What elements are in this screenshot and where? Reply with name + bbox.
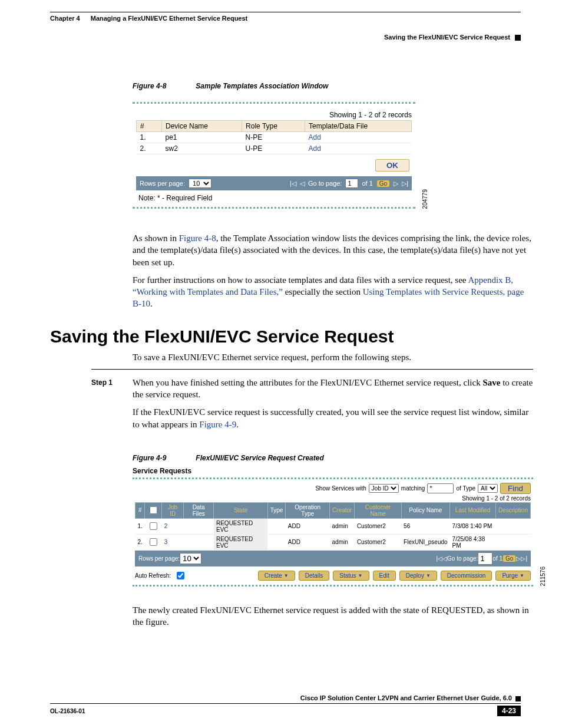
deploy-button[interactable]: Deploy▼	[399, 571, 437, 581]
first-page-icon[interactable]: |◁	[290, 180, 296, 187]
details-button[interactable]: Details	[299, 571, 330, 581]
ok-button[interactable]: OK	[375, 159, 409, 172]
select-all-checkbox[interactable]	[150, 506, 157, 514]
auto-refresh-checkbox[interactable]	[177, 572, 184, 579]
matching-input[interactable]	[427, 483, 454, 493]
col-state[interactable]: State	[214, 502, 267, 518]
step-1: Step 1 When you have finished setting th…	[91, 377, 533, 436]
records-label: Showing 1 - 2 of 2 records	[136, 111, 412, 119]
sr-heading: Service Requests	[133, 467, 533, 475]
figure8-caption: Figure 4-8 Sample Templates Association …	[133, 82, 521, 90]
table-row: 1. pe1 N-PE Add	[137, 132, 412, 143]
template-table: # Device Name Role Type Template/Data Fi…	[136, 120, 412, 154]
chevron-down-icon: ▼	[284, 573, 289, 578]
figure8: Showing 1 - 2 of 2 records # Device Name…	[133, 102, 415, 209]
sr-table: # Job ID Data Files State Type Operation…	[135, 502, 531, 551]
prev-page-icon[interactable]: ◁	[300, 180, 305, 187]
action-row: Auto Refresh: Create▼ Details Status▼ Ed…	[135, 570, 531, 581]
rows-per-page-select[interactable]: 10	[180, 553, 201, 564]
rows-per-page-select[interactable]: 10	[189, 179, 211, 188]
status-button[interactable]: Status▼	[333, 571, 369, 581]
go-button[interactable]: Go	[376, 180, 390, 187]
marker-square	[515, 35, 521, 41]
section-heading: Saving the FlexUNI/EVC Service Request	[50, 327, 521, 347]
show-services-select[interactable]: Job ID	[369, 484, 399, 493]
find-button[interactable]: Find	[500, 483, 531, 494]
table-row: 2. 3 REQUESTED EVC ADD admin Customer2 F…	[135, 534, 531, 550]
chapter-num: Chapter 4	[50, 15, 80, 22]
type-select[interactable]: All	[478, 484, 498, 493]
edit-button[interactable]: Edit	[373, 571, 396, 581]
goto-page-input[interactable]	[478, 552, 492, 565]
body-text: As shown in Figure 4-8, the Template Ass…	[133, 232, 533, 310]
goto-page-input[interactable]	[345, 179, 358, 188]
table-row: 1. 2 REQUESTED EVC ADD admin Customer2 5…	[135, 518, 531, 534]
row-checkbox[interactable]	[150, 538, 157, 546]
chevron-down-icon: ▼	[358, 573, 363, 578]
row-checkbox[interactable]	[150, 522, 157, 530]
col-customer[interactable]: Customer Name	[355, 502, 401, 518]
first-page-icon[interactable]: |◁	[436, 555, 442, 562]
chapter-title: Managing a FlexUNI/EVC Ethernet Service …	[91, 15, 248, 22]
section-header-right: Saving the FlexUNI/EVC Service Request	[50, 34, 521, 41]
filter-row: Show Services with Job ID matching of Ty…	[135, 483, 531, 494]
decommission-button[interactable]: Decommission	[441, 571, 492, 581]
figure-id: 204779	[422, 189, 428, 209]
col-creator[interactable]: Creator	[330, 502, 355, 518]
add-link[interactable]: Add	[309, 144, 321, 153]
create-button[interactable]: Create▼	[258, 571, 295, 581]
required-note: Note: * - Required Field	[138, 194, 412, 202]
col-modified[interactable]: Last Modified	[450, 502, 496, 518]
chevron-down-icon: ▼	[520, 573, 524, 578]
prev-page-icon[interactable]: ◁	[442, 555, 447, 562]
purge-button[interactable]: Purge▼	[495, 571, 531, 581]
marker-square	[515, 696, 521, 701]
col-job[interactable]: Job ID	[162, 502, 184, 518]
page-number: 4-23	[497, 706, 521, 716]
figure9-caption: Figure 4-9 FlexUNI/EVC Service Request C…	[133, 454, 521, 462]
chevron-down-icon: ▼	[426, 573, 431, 578]
fig8-xref[interactable]: Figure 4-8	[179, 233, 216, 243]
last-page-icon[interactable]: ▷|	[402, 180, 408, 187]
pager2: Rows per page: 10 |◁ ◁ Go to page: of 1 …	[135, 551, 531, 566]
page-footer: Cisco IP Solution Center L2VPN and Carri…	[50, 694, 521, 716]
go-button[interactable]: Go	[503, 555, 516, 562]
pager: Rows per page: 10 |◁ ◁ Go to page: of 1 …	[136, 176, 412, 190]
last-page-icon[interactable]: ▷|	[521, 555, 527, 562]
chapter-header: Chapter 4 Managing a FlexUNI/EVC Etherne…	[50, 15, 521, 22]
fig9-xref[interactable]: Figure 4-9	[199, 420, 236, 429]
add-link[interactable]: Add	[309, 133, 321, 141]
col-desc[interactable]: Description	[495, 502, 530, 518]
next-page-icon[interactable]: ▷	[394, 180, 398, 187]
next-page-icon[interactable]: ▷	[516, 555, 521, 562]
figure-id: 211576	[540, 566, 546, 586]
figure9: Service Requests Show Services with Job …	[133, 467, 533, 587]
table-row: 2. sw2 U-PE Add	[137, 143, 412, 154]
doc-id: OL-21636-01	[50, 708, 85, 714]
